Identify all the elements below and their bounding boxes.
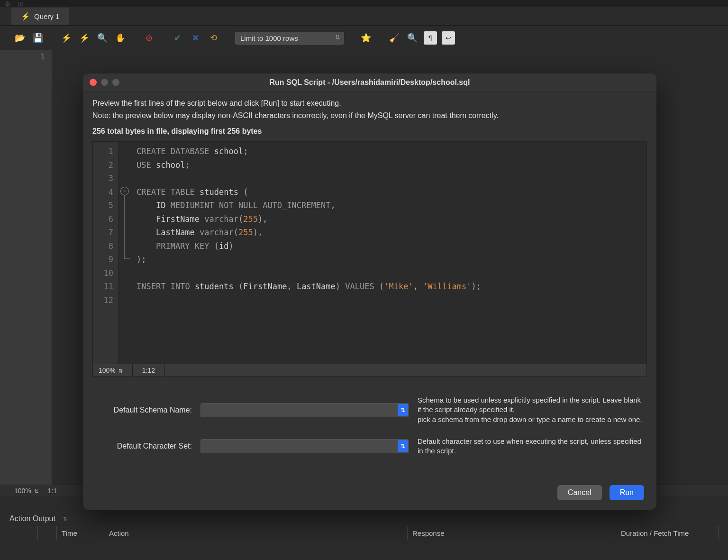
col-response: Response [408, 526, 616, 540]
dialog-form: Default Schema Name: ⇅ Schema to be used… [97, 395, 642, 456]
schema-label: Default Schema Name: [97, 406, 192, 414]
charset-combobox[interactable]: ⇅ [200, 439, 409, 453]
commit-icon[interactable]: ✔ [171, 31, 184, 45]
execute-step-icon[interactable]: ⚡ [78, 31, 91, 45]
find-icon[interactable]: 🔍 [406, 31, 419, 45]
beautify-icon[interactable]: 🧹 [388, 31, 401, 45]
execute-icon[interactable]: ⚡ [60, 31, 73, 45]
action-output-header: Time Action Response Duration / Fetch Ti… [9, 526, 719, 540]
bytes-summary: 256 total bytes in file, displaying firs… [92, 126, 647, 137]
col-duration: Duration / Fetch Time [616, 526, 719, 540]
charset-hint: Default character set to use when execut… [418, 437, 642, 456]
window-controls [90, 79, 119, 86]
minimize-icon [101, 79, 108, 86]
bg-zoom[interactable]: 100% [14, 487, 38, 495]
schema-combobox[interactable]: ⇅ [200, 403, 409, 417]
favorite-icon[interactable]: ⭐ [359, 31, 373, 45]
preview-cursor: 1:12 [142, 367, 155, 374]
dialog-title: Run SQL Script - /Users/rashidamiri/Desk… [270, 78, 470, 87]
maximize-icon [112, 79, 119, 86]
preview-zoom[interactable]: 100% [99, 367, 123, 374]
run-sql-script-dialog: Run SQL Script - /Users/rashidamiri/Desk… [83, 73, 656, 510]
col-action: Action [104, 526, 408, 540]
tab-query-1[interactable]: ⚡ Query 1 [11, 8, 69, 25]
fold-toggle-icon[interactable]: − [120, 187, 129, 195]
chevron-updown-icon[interactable]: ⇅ [398, 440, 408, 452]
fold-gutter: − [118, 142, 132, 364]
app-menu-strip: ⚙⊞≣ [0, 0, 728, 7]
toggle-icon[interactable]: ⊘ [142, 31, 155, 45]
tab-label: Query 1 [34, 12, 59, 20]
dialog-instructions: Preview the first lines of the script be… [83, 92, 656, 137]
explain-icon[interactable]: 🔍 [96, 31, 109, 45]
code-content[interactable]: CREATE DATABASE school; USE school; CREA… [132, 142, 646, 364]
editor-toolbar: 📂 💾 ⚡ ⚡ 🔍 ✋ ⊘ ✔ ✖ ⟲ Limit to 1000 rows ⭐… [0, 26, 728, 50]
script-preview: 1 2 3 4 5 6 7 8 9 10 11 12 − CREATE DATA… [92, 141, 647, 364]
bg-cursor-pos: 1:1 [48, 487, 57, 495]
invisible-chars-icon[interactable]: ¶ [424, 31, 437, 45]
bg-gutter: 1 [0, 50, 52, 496]
schema-hint: Schema to be used unless explicitly spec… [418, 395, 642, 424]
charset-label: Default Character Set: [97, 442, 192, 450]
close-icon[interactable] [90, 79, 97, 86]
action-output-panel: Action Output Time Action Response Durat… [9, 514, 719, 540]
autocommit-icon[interactable]: ⟲ [207, 31, 220, 45]
limit-rows-select[interactable]: Limit to 1000 rows [235, 32, 344, 45]
chevron-updown-icon[interactable]: ⇅ [398, 404, 408, 416]
rollback-icon[interactable]: ✖ [189, 31, 202, 45]
wrap-icon[interactable]: ↩ [442, 31, 455, 45]
lightning-icon: ⚡ [21, 12, 30, 21]
line-numbers: 1 2 3 4 5 6 7 8 9 10 11 12 [93, 142, 118, 364]
open-file-icon[interactable]: 📂 [13, 31, 27, 45]
preview-statusbar: 100% 1:12 [92, 364, 647, 376]
col-time: Time [57, 526, 104, 540]
dialog-titlebar[interactable]: Run SQL Script - /Users/rashidamiri/Desk… [83, 73, 656, 92]
stop-icon[interactable]: ✋ [114, 31, 127, 45]
action-output-selector[interactable]: Action Output [9, 514, 719, 526]
run-button[interactable]: Run [610, 485, 644, 500]
cancel-button[interactable]: Cancel [557, 485, 602, 500]
dialog-buttons: Cancel Run [557, 485, 644, 500]
save-icon[interactable]: 💾 [31, 31, 45, 45]
tab-bar: ⚡ Query 1 [0, 7, 728, 26]
